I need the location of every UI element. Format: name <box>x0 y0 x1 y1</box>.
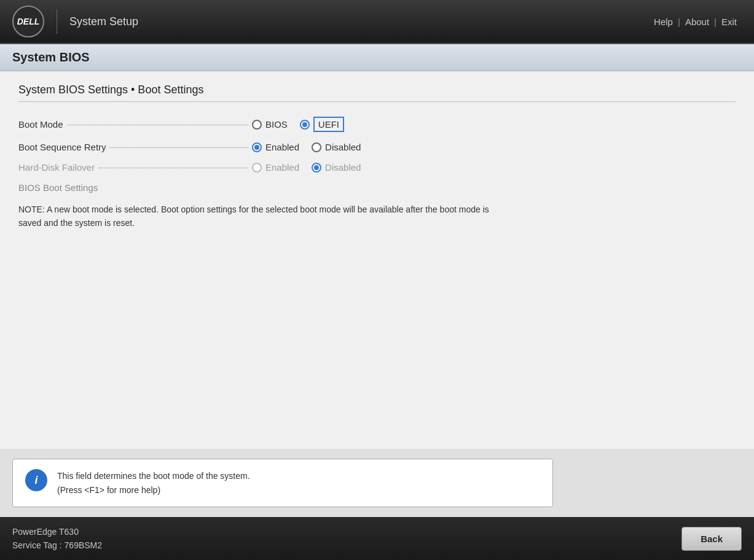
bsr-disabled-label: Disabled <box>325 142 361 152</box>
hdf-enabled-label: Enabled <box>265 162 299 173</box>
boot-sequence-retry-label: Boot Sequence Retry <box>18 142 252 152</box>
hard-disk-failover-row: Hard-Disk Failover Enabled Disabled <box>18 157 736 177</box>
info-icon: i <box>25 469 47 491</box>
hard-disk-failover-label-text: Hard-Disk Failover <box>18 162 95 173</box>
exit-nav-item[interactable]: Exit <box>717 17 742 27</box>
bsr-enabled-radio[interactable] <box>252 142 262 152</box>
bios-title-bar: System BIOS <box>0 44 754 71</box>
info-text-line2: (Press <F1> for more help) <box>57 483 250 497</box>
section-heading: System BIOS Settings • Boot Settings <box>18 84 736 102</box>
hard-disk-failover-options: Enabled Disabled <box>252 162 361 173</box>
footer: PowerEdge T630 Service Tag : 769BSM2 Bac… <box>0 517 754 560</box>
bios-boot-settings-link[interactable]: BIOS Boot Settings <box>18 182 736 193</box>
boot-sequence-retry-dots <box>110 147 248 148</box>
boot-mode-row: Boot Mode BIOS UEFI <box>18 112 736 137</box>
boot-mode-bios-option[interactable]: BIOS <box>252 119 288 130</box>
note-text: NOTE: A new boot mode is selected. Boot … <box>18 203 510 230</box>
boot-mode-label-text: Boot Mode <box>18 119 63 130</box>
footer-model: PowerEdge T630 <box>12 525 102 539</box>
hdf-disabled-radio <box>312 163 321 173</box>
footer-service-tag-value: 769BSM2 <box>65 540 102 550</box>
bios-title: System BIOS <box>12 50 90 64</box>
info-text: This field determines the boot mode of t… <box>57 469 250 497</box>
hdf-enabled-radio <box>252 163 262 173</box>
info-text-line1: This field determines the boot mode of t… <box>57 469 250 483</box>
bsr-enabled-option[interactable]: Enabled <box>252 142 299 152</box>
content-area: System BIOS Settings • Boot Settings Boo… <box>0 71 754 449</box>
main-area: System BIOS System BIOS Settings • Boot … <box>0 44 754 517</box>
boot-mode-dots <box>67 125 248 125</box>
hard-disk-failover-dots <box>98 168 248 168</box>
about-nav-item[interactable]: About <box>680 17 714 27</box>
header-divider <box>57 9 57 34</box>
boot-sequence-retry-row: Boot Sequence Retry Enabled Disabled <box>18 137 736 157</box>
boot-mode-label: Boot Mode <box>18 119 252 130</box>
hdf-disabled-option: Disabled <box>312 162 361 173</box>
dell-logo-text: DELL <box>17 17 40 26</box>
boot-sequence-retry-label-text: Boot Sequence Retry <box>18 142 106 152</box>
hard-disk-failover-label: Hard-Disk Failover <box>18 162 252 173</box>
hdf-disabled-label: Disabled <box>325 162 361 173</box>
footer-info: PowerEdge T630 Service Tag : 769BSM2 <box>12 525 102 553</box>
header: DELL System Setup Help | About | Exit <box>0 0 754 44</box>
header-title: System Setup <box>69 15 649 28</box>
hdf-enabled-option: Enabled <box>252 162 299 173</box>
info-box-container: i This field determines the boot mode of… <box>0 449 754 517</box>
boot-mode-uefi-option[interactable]: UEFI <box>300 117 344 132</box>
back-button[interactable]: Back <box>681 527 742 551</box>
footer-service-tag: Service Tag : 769BSM2 <box>12 539 102 552</box>
boot-mode-bios-label: BIOS <box>265 119 288 130</box>
boot-sequence-retry-options: Enabled Disabled <box>252 142 361 152</box>
bsr-disabled-option[interactable]: Disabled <box>312 142 361 152</box>
boot-mode-uefi-label: UEFI <box>313 117 344 132</box>
boot-mode-bios-radio[interactable] <box>252 120 262 130</box>
boot-mode-options: BIOS UEFI <box>252 117 344 132</box>
header-nav: Help | About | Exit <box>649 17 742 27</box>
dell-logo: DELL <box>12 6 44 37</box>
boot-mode-uefi-radio[interactable] <box>300 120 310 130</box>
footer-service-tag-label: Service Tag : <box>12 540 65 550</box>
help-nav-item[interactable]: Help <box>649 17 678 27</box>
bsr-disabled-radio[interactable] <box>312 142 321 152</box>
info-box: i This field determines the boot mode of… <box>12 459 553 507</box>
bsr-enabled-label: Enabled <box>265 142 299 152</box>
uefi-selected-box: UEFI <box>313 117 344 132</box>
